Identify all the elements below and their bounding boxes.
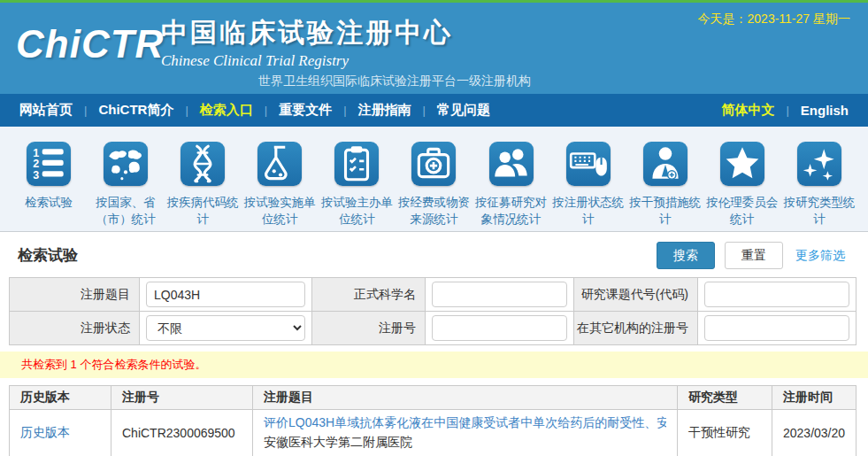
stat-item-label: 按国家、省（市）统计 <box>88 194 164 228</box>
stat-item-label: 按经费或物资来源统计 <box>396 194 472 228</box>
more-filters-link[interactable]: 更多筛选 <box>795 248 845 264</box>
stat-item-label: 按注册状态统计 <box>550 194 626 228</box>
svg-text:3: 3 <box>33 169 39 182</box>
stat-item-label: 检索试验 <box>11 194 87 211</box>
today-date: 今天是：2023-11-27 星期一 <box>698 12 850 27</box>
col-reg-date: 注册时间 <box>772 386 856 410</box>
stat-item-label: 按研究类型统计 <box>781 194 857 228</box>
nav-item-5[interactable]: 常见问题 <box>437 102 490 119</box>
result-summary-bar: 共检索到 1 个符合检索条件的试验。 <box>0 352 868 378</box>
site-subtitle: 世界卫生组织国际临床试验注册平台一级注册机构 <box>258 73 531 89</box>
reg-date-cell: 2023/03/20 <box>772 410 856 456</box>
stat-item-keyboard-mouse[interactable]: 按注册状态统计 <box>550 142 626 231</box>
stat-item-label: 按疾病代码统计 <box>165 194 241 228</box>
stat-item-flask[interactable]: 按试验实施单位统计 <box>242 142 318 231</box>
stat-item-label: 按征募研究对象情况统计 <box>473 194 549 228</box>
study-code-input[interactable] <box>704 282 849 307</box>
language-switcher: 简体中文|English <box>721 102 849 119</box>
form-row-1: 注册题目 正式科学名 研究课题代号(代码) <box>10 278 856 312</box>
history-cell: 历史版本 <box>10 410 111 456</box>
star-icon <box>720 142 764 186</box>
history-version-link[interactable]: 历史版本 <box>20 425 70 439</box>
other-reg-number-input[interactable] <box>704 315 849 341</box>
nav-separator: | <box>265 104 267 117</box>
stat-item-sparkles[interactable]: 按研究类型统计 <box>781 142 857 231</box>
col-reg-title: 注册题目 <box>253 386 678 410</box>
site-header: ChiCTR 中国临床试验注册中心 Chinese Clinical Trial… <box>0 3 868 94</box>
title-cell: 评价LQ043H单域抗体雾化液在中国健康受试者中单次给药后的耐受性、安全性、..… <box>253 410 678 456</box>
lang-en[interactable]: English <box>801 103 849 118</box>
dna-icon <box>181 142 225 186</box>
stat-item-star[interactable]: 按伦理委员会统计 <box>704 142 780 231</box>
nav-item-3[interactable]: 重要文件 <box>279 102 332 119</box>
site-title-block: 中国临床试验注册中心 Chinese Clinical Trial Regist… <box>161 15 453 70</box>
nav-separator: | <box>786 104 788 117</box>
stat-item-numbered-list[interactable]: 123检索试验 <box>11 142 87 231</box>
stat-item-label: 按试验主办单位统计 <box>319 194 395 228</box>
medical-bag-icon <box>411 142 456 186</box>
form-row-2: 注册状态 不限 注册号 在其它机构的注册号 <box>10 312 856 345</box>
keyboard-mouse-icon <box>566 142 611 186</box>
stat-item-people-group[interactable]: 按征募研究对象情况统计 <box>473 142 549 231</box>
clipboard-check-icon <box>334 142 379 186</box>
study-code-label: 研究课题代号(代码) <box>574 278 698 312</box>
results-table: 历史版本 注册号 注册题目 研究类型 注册时间 历史版本 ChiCTR23000… <box>9 385 856 456</box>
reg-title-label: 注册题目 <box>10 278 140 312</box>
nav-separator: | <box>423 104 426 117</box>
nav-item-2[interactable]: 检索入口 <box>200 102 253 119</box>
nav-separator: | <box>185 104 188 117</box>
main-nav: 网站首页|ChiCTR简介|检索入口|重要文件|注册指南|常见问题 简体中文|E… <box>0 94 868 127</box>
reg-status-label: 注册状态 <box>10 312 140 345</box>
reg-number-label: 注册号 <box>312 312 426 345</box>
stat-item-label: 按干预措施统计 <box>627 194 703 228</box>
institution-text: 安徽医科大学第二附属医院 <box>264 435 666 451</box>
site-title-en: Chinese Clinical Trial Registry <box>161 52 453 70</box>
sparkles-icon <box>797 142 841 186</box>
col-study-type: 研究类型 <box>678 386 772 410</box>
numbered-list-icon: 123 <box>27 142 71 186</box>
col-history-version: 历史版本 <box>10 386 111 410</box>
nav-item-4[interactable]: 注册指南 <box>358 102 411 119</box>
world-map-icon <box>104 142 148 186</box>
stat-item-medical-bag[interactable]: 按经费或物资来源统计 <box>396 142 472 231</box>
reg-status-select[interactable]: 不限 <box>146 315 305 341</box>
site-title-zh: 中国临床试验注册中心 <box>161 15 453 51</box>
other-reg-number-label: 在其它机构的注册号 <box>574 312 698 345</box>
col-reg-number: 注册号 <box>111 386 253 410</box>
search-toolbar: 检索试验 搜索 重置 更多筛选 <box>0 232 868 277</box>
people-group-icon <box>489 142 534 186</box>
chictr-logo[interactable]: ChiCTR <box>16 22 164 66</box>
study-type-cell: 干预性研究 <box>678 410 772 456</box>
results-header-row: 历史版本 注册号 注册题目 研究类型 注册时间 <box>10 386 856 410</box>
flask-icon <box>257 142 302 186</box>
reg-number-input[interactable] <box>432 315 567 341</box>
scientific-name-label: 正式科学名 <box>312 278 426 312</box>
reset-button[interactable]: 重置 <box>725 242 783 269</box>
stat-item-label: 按试验实施单位统计 <box>242 194 318 228</box>
statistics-icon-strip: 123检索试验按国家、省（市）统计按疾病代码统计按试验实施单位统计按试验主办单位… <box>0 127 868 232</box>
lang-zh[interactable]: 简体中文 <box>721 102 774 119</box>
nav-items: 网站首页|ChiCTR简介|检索入口|重要文件|注册指南|常见问题 <box>19 102 490 119</box>
page-title: 检索试验 <box>18 245 78 266</box>
stat-item-world-map[interactable]: 按国家、省（市）统计 <box>88 142 164 231</box>
doctor-icon <box>643 142 687 186</box>
trial-title-link[interactable]: 评价LQ043H单域抗体雾化液在中国健康受试者中单次给药后的耐受性、安全性、..… <box>264 415 666 431</box>
table-row: 历史版本 ChiCTR2300069500 评价LQ043H单域抗体雾化液在中国… <box>10 410 856 456</box>
search-button[interactable]: 搜索 <box>657 242 715 269</box>
scientific-name-input[interactable] <box>432 282 567 307</box>
stat-item-doctor[interactable]: 按干预措施统计 <box>627 142 703 231</box>
nav-item-0[interactable]: 网站首页 <box>19 102 73 119</box>
nav-separator: | <box>343 104 346 117</box>
nav-item-1[interactable]: ChiCTR简介 <box>98 102 173 119</box>
reg-title-input[interactable] <box>146 282 305 307</box>
stat-item-clipboard-check[interactable]: 按试验主办单位统计 <box>319 142 395 231</box>
search-form-table: 注册题目 正式科学名 研究课题代号(代码) 注册状态 不限 注册号 在其它机构的… <box>9 277 856 345</box>
nav-separator: | <box>84 104 87 117</box>
stat-item-dna[interactable]: 按疾病代码统计 <box>165 142 241 231</box>
reg-number-cell: ChiCTR2300069500 <box>111 410 253 456</box>
stat-item-label: 按伦理委员会统计 <box>704 194 780 228</box>
